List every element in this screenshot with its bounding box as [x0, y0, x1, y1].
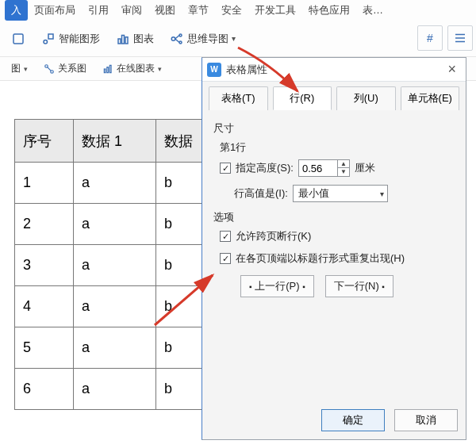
ribbon-mindmap[interactable]: 思维导图 ▾	[165, 29, 240, 49]
online-chart-label: 在线图表	[117, 62, 155, 75]
cell-data2[interactable]: b	[156, 204, 207, 245]
table-header-row: 序号 数据 1 数据	[15, 120, 207, 163]
cell-data1[interactable]: a	[74, 327, 156, 369]
tab-column[interactable]: 列(U)	[336, 86, 396, 110]
current-row-label: 第1行	[220, 140, 456, 155]
svg-line-9	[175, 35, 179, 39]
dialog-tabs: 表格(T) 行(R) 列(U) 单元格(E)	[202, 82, 466, 110]
menu-item-special[interactable]: 特色应用	[302, 0, 356, 21]
cell-data2[interactable]: b	[156, 245, 207, 286]
svg-point-7	[179, 34, 182, 36]
cell-number[interactable]: 1	[15, 163, 74, 204]
svg-rect-4	[122, 35, 125, 44]
allow-break-checkbox[interactable]	[220, 231, 231, 242]
cell-data1[interactable]: a	[74, 369, 156, 410]
header-footer-icon[interactable]	[447, 25, 473, 51]
height-spinner[interactable]: ▲ ▼	[337, 160, 349, 176]
repeat-header-checkbox[interactable]	[220, 253, 231, 264]
cell-data2[interactable]: b	[156, 327, 207, 369]
ok-button[interactable]: 确定	[321, 409, 385, 431]
cell-data2[interactable]: b	[156, 369, 207, 410]
height-unit-label: 厘米	[355, 161, 375, 175]
size-section-title: 尺寸	[213, 121, 456, 136]
svg-rect-5	[125, 36, 128, 43]
height-input[interactable]: ▲ ▼	[298, 159, 350, 177]
menu-item-security[interactable]: 安全	[215, 0, 248, 21]
ribbon-smart-shapes[interactable]: 智能图形	[36, 29, 105, 49]
table-row[interactable]: 1ab	[15, 163, 207, 204]
app-icon: W	[207, 63, 221, 77]
row-height-type-value: 最小值	[298, 186, 329, 201]
ribbon-flowchart[interactable]: 图 ▾	[6, 60, 33, 77]
ribbon-placeholder-icon[interactable]	[6, 29, 30, 49]
cell-data1[interactable]: a	[74, 163, 156, 204]
table-row[interactable]: 3ab	[15, 245, 207, 286]
cell-data1[interactable]: a	[74, 204, 156, 245]
cell-number[interactable]: 6	[15, 369, 74, 410]
hash-icon[interactable]: #	[417, 25, 443, 51]
table-row[interactable]: 4ab	[15, 286, 207, 327]
columns-icon	[453, 31, 467, 45]
menu-item-devtools[interactable]: 开发工具	[248, 0, 302, 21]
cell-number[interactable]: 5	[15, 327, 74, 369]
placeholder-icon	[11, 32, 25, 46]
cell-data2[interactable]: b	[156, 286, 207, 327]
menu-item-layout[interactable]: 页面布局	[28, 0, 82, 21]
tab-row[interactable]: 行(R)	[273, 86, 332, 110]
svg-rect-2	[48, 34, 53, 39]
cell-number[interactable]: 2	[15, 204, 74, 245]
document-area: 序号 数据 1 数据 1ab 2ab 3ab 4ab 5ab 6ab	[14, 119, 207, 410]
options-section-title: 选项	[213, 210, 456, 224]
spin-up-icon[interactable]: ▲	[338, 160, 349, 168]
table-properties-dialog: W 表格属性 × 表格(T) 行(R) 列(U) 单元格(E) 尺寸 第1行 指…	[202, 57, 466, 440]
document-table[interactable]: 序号 数据 1 数据 1ab 2ab 3ab 4ab 5ab 6ab	[14, 119, 207, 410]
spin-down-icon[interactable]: ▼	[338, 168, 349, 176]
svg-line-16	[48, 67, 52, 71]
menu-item-view[interactable]: 视图	[148, 0, 182, 21]
tab-table[interactable]: 表格(T)	[209, 86, 268, 110]
menu-item-insert[interactable]: 入	[5, 0, 28, 21]
prev-row-button[interactable]: ▪ 上一行(P) ▪	[240, 275, 314, 297]
table-row[interactable]: 2ab	[15, 204, 207, 245]
svg-rect-3	[118, 39, 121, 44]
table-row[interactable]: 6ab	[15, 369, 207, 410]
allow-break-label: 允许跨页断行(K)	[236, 229, 311, 243]
cell-data1[interactable]: a	[74, 245, 156, 286]
menu-bar: 入 页面布局 引用 审阅 视图 章节 安全 开发工具 特色应用 表…	[0, 0, 476, 21]
row-height-type-dropdown[interactable]: 最小值 ▾	[293, 185, 388, 202]
flowchart-label: 图	[11, 62, 21, 75]
smart-shapes-icon	[41, 32, 56, 46]
menu-item-review[interactable]: 审阅	[115, 0, 148, 21]
specify-height-label: 指定高度(S):	[236, 161, 294, 175]
dialog-titlebar: W 表格属性 ×	[202, 58, 466, 82]
menu-item-more[interactable]: 表…	[356, 0, 390, 21]
repeat-header-label: 在各页顶端以标题行形式重复出现(H)	[236, 251, 405, 266]
ribbon-relation[interactable]: 关系图	[39, 60, 91, 77]
table-row[interactable]: 5ab	[15, 327, 207, 369]
specify-height-checkbox[interactable]	[220, 163, 231, 174]
chevron-down-icon: ▾	[24, 65, 28, 73]
height-value-field[interactable]	[299, 160, 337, 176]
next-row-button[interactable]: 下一行(N) ▪	[325, 275, 393, 297]
cell-number[interactable]: 3	[15, 245, 74, 286]
prev-next-buttons: ▪ 上一行(P) ▪ 下一行(N) ▪	[240, 275, 456, 297]
smart-shapes-label: 智能图形	[59, 32, 100, 46]
chevron-down-icon: ▾	[232, 34, 236, 43]
close-button[interactable]: ×	[444, 61, 459, 78]
svg-line-10	[175, 39, 179, 43]
chart-icon	[116, 32, 130, 46]
ribbon-online-chart[interactable]: 在线图表 ▾	[98, 60, 167, 77]
svg-point-6	[171, 36, 175, 40]
menu-item-reference[interactable]: 引用	[82, 0, 115, 21]
chart-label: 图表	[133, 32, 154, 46]
tab-cell[interactable]: 单元格(E)	[401, 86, 460, 110]
cell-number[interactable]: 4	[15, 286, 74, 327]
cell-data1[interactable]: a	[74, 286, 156, 327]
svg-rect-18	[107, 67, 109, 72]
ribbon-chart[interactable]: 图表	[111, 29, 159, 49]
relation-label: 关系图	[58, 62, 86, 75]
cancel-button[interactable]: 取消	[394, 409, 458, 431]
menu-item-section[interactable]: 章节	[182, 0, 215, 21]
specify-height-row: 指定高度(S): ▲ ▼ 厘米	[220, 159, 456, 177]
cell-data2[interactable]: b	[156, 163, 207, 204]
